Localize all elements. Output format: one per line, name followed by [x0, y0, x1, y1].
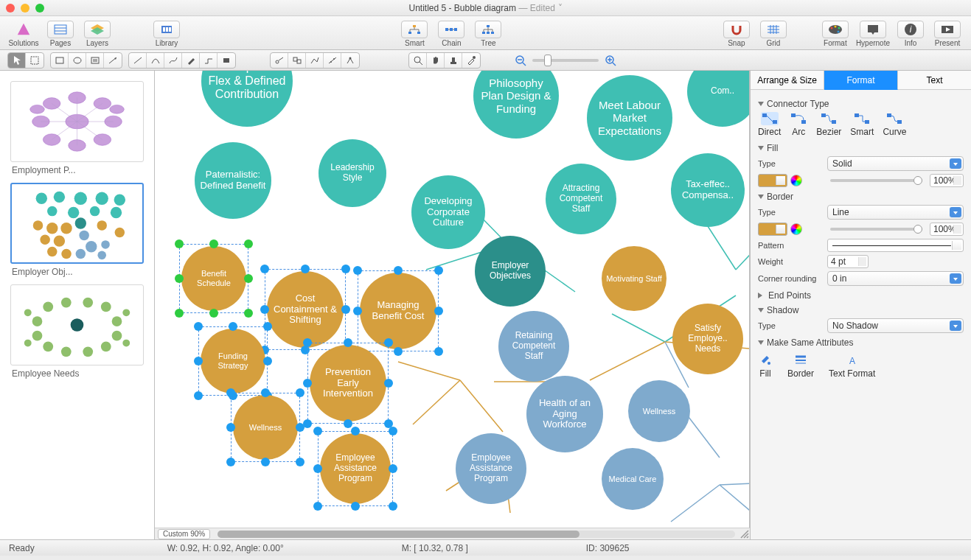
border-opacity-input[interactable]: 100%	[930, 223, 964, 236]
grid-button[interactable]: Grid	[757, 21, 790, 47]
bubble-node[interactable]: Prevention Early Intervention	[310, 345, 386, 421]
section-border[interactable]: Border	[758, 192, 964, 202]
horizontal-scrollbar[interactable]	[217, 531, 735, 538]
edit-tool-3-icon[interactable]	[306, 53, 324, 68]
shape-tools[interactable]	[50, 52, 122, 69]
format-button[interactable]: Format	[819, 21, 852, 47]
stamp-icon[interactable]	[445, 53, 462, 68]
library-button[interactable]: Library	[150, 21, 183, 47]
border-color-swatch[interactable]	[758, 223, 787, 236]
bubble-node[interactable]: Meet Labour Market Expectations	[587, 75, 672, 161]
bubble-node[interactable]: Managing Benefit Cost	[360, 273, 436, 349]
bubble-node[interactable]: Leadership Style	[319, 139, 386, 207]
edit-tool-5-icon[interactable]	[341, 53, 359, 68]
line-tool-icon[interactable]	[104, 53, 122, 68]
bubble-node[interactable]: Funding Strategy	[201, 329, 265, 393]
section-same-attrs[interactable]: Make Same Attributes	[758, 337, 964, 348]
border-weight-input[interactable]: 4 pt	[827, 255, 869, 268]
border-pattern-select[interactable]	[827, 239, 964, 252]
tree-button[interactable]: Tree	[472, 21, 504, 47]
marquee-tool-icon[interactable]	[26, 53, 43, 68]
info-button[interactable]: iInfo	[894, 21, 927, 47]
arc-conn-icon[interactable]	[147, 53, 164, 68]
bubble-node[interactable]: Developing Corporate Culture	[411, 175, 485, 249]
canvas[interactable]: Participative: Flex & Defined Contributi…	[155, 71, 750, 528]
corner-rounding-select[interactable]: 0 in	[827, 271, 964, 286]
same-fill-button[interactable]: Fill	[758, 352, 773, 379]
section-endpoints[interactable]: End Points	[758, 290, 964, 301]
title-chevron-icon[interactable]: ˅	[558, 3, 563, 13]
magnify-icon[interactable]	[409, 53, 427, 68]
connector-direct[interactable]: Direct	[758, 112, 781, 137]
bubble-node[interactable]: Health of an Aging Workforce	[526, 376, 603, 452]
ellipse-tool-icon[interactable]	[69, 53, 86, 68]
tab-format[interactable]: Format	[824, 71, 898, 90]
snap-button[interactable]: Snap	[720, 21, 753, 47]
view-tools[interactable]	[408, 52, 481, 69]
border-opacity-slider[interactable]	[830, 228, 922, 231]
pen-tool-icon[interactable]	[182, 53, 200, 68]
section-shadow[interactable]: Shadow	[758, 305, 964, 315]
zoom-out-icon[interactable]	[515, 55, 526, 66]
layers-button[interactable]: Layers	[81, 21, 114, 47]
zoom-icon[interactable]	[35, 4, 44, 13]
eyedropper-icon[interactable]	[462, 53, 480, 68]
segment-tool-icon[interactable]	[200, 53, 217, 68]
select-tools[interactable]	[7, 52, 44, 69]
bubble-node[interactable]: Participative: Flex & Defined Contributi…	[201, 71, 293, 127]
edit-tool-4-icon[interactable]	[324, 53, 341, 68]
connector-tools[interactable]	[128, 52, 236, 69]
present-button[interactable]: Present	[931, 21, 964, 47]
edit-tool-2-icon[interactable]	[288, 53, 306, 68]
hypernote-button[interactable]: Hypernote	[856, 21, 890, 47]
bubble-node[interactable]: Retaining Competent Staff	[498, 311, 569, 382]
bubble-node[interactable]: Tax-effec.. Compensa..	[671, 153, 745, 227]
bubble-node[interactable]: Employer Objectives	[475, 236, 546, 307]
curve-conn-icon[interactable]	[164, 53, 182, 68]
smart-tree-button[interactable]: Smart	[398, 21, 431, 47]
fill-type-select[interactable]: Solid	[827, 156, 964, 171]
connector-smart[interactable]: Smart	[850, 112, 874, 137]
connector-bezier[interactable]: Bezier	[816, 112, 841, 137]
bubble-node[interactable]: Employee Assistance Program	[320, 433, 391, 504]
shadow-type-select[interactable]: No Shadow	[827, 318, 964, 333]
bubble-node[interactable]: Paternalistic: Defined Benefit	[195, 142, 271, 219]
edit-tools[interactable]	[270, 52, 360, 69]
page-thumb-1[interactable]	[10, 183, 144, 264]
bucket-tool-icon[interactable]	[217, 53, 235, 68]
bubble-node[interactable]: Wellness	[628, 380, 690, 442]
minimize-icon[interactable]	[21, 4, 29, 13]
bubble-node[interactable]: Motivating Staff	[602, 246, 667, 311]
chain-button[interactable]: Chain	[435, 21, 467, 47]
bubble-node[interactable]: Medical Care	[602, 448, 664, 510]
page-thumb-0[interactable]	[10, 81, 144, 162]
bubble-node[interactable]: Wellness	[233, 395, 298, 460]
bubble-node[interactable]: Cost Containment & Shifting	[267, 271, 344, 348]
bubble-node[interactable]: Com..	[687, 71, 750, 127]
rect-tool-icon[interactable]	[51, 53, 69, 68]
pages-button[interactable]: Pages	[44, 21, 77, 47]
close-icon[interactable]	[6, 4, 15, 13]
same-text-button[interactable]: AText Format	[829, 352, 875, 379]
connector-curve[interactable]: Curve	[883, 112, 906, 137]
pointer-tool-icon[interactable]	[8, 53, 26, 68]
tab-text[interactable]: Text	[898, 71, 971, 90]
border-type-select[interactable]: Line	[827, 205, 964, 220]
connector-arc[interactable]: Arc	[790, 112, 807, 137]
bubble-node[interactable]: Attracting Competent Staff	[546, 164, 616, 234]
border-color-wheel-icon[interactable]	[790, 223, 802, 235]
same-border-button[interactable]: Border	[787, 352, 814, 379]
bubble-node[interactable]: Satisfy Employe.. Needs	[672, 304, 743, 374]
fill-color-swatch[interactable]	[758, 174, 787, 187]
resize-corner-icon[interactable]	[739, 529, 750, 539]
section-fill[interactable]: Fill	[758, 143, 964, 153]
zoom-dropdown[interactable]: Custom 90%	[158, 529, 210, 539]
solutions-button[interactable]: Solutions	[7, 21, 40, 47]
hand-icon[interactable]	[427, 53, 445, 68]
text-tool-icon[interactable]	[86, 53, 104, 68]
direct-conn-icon[interactable]	[129, 53, 147, 68]
tab-arrange[interactable]: Arrange & Size	[751, 71, 824, 90]
fill-opacity-input[interactable]: 100%	[930, 174, 964, 187]
zoom-slider[interactable]	[532, 59, 599, 62]
fill-color-wheel-icon[interactable]	[790, 175, 802, 186]
